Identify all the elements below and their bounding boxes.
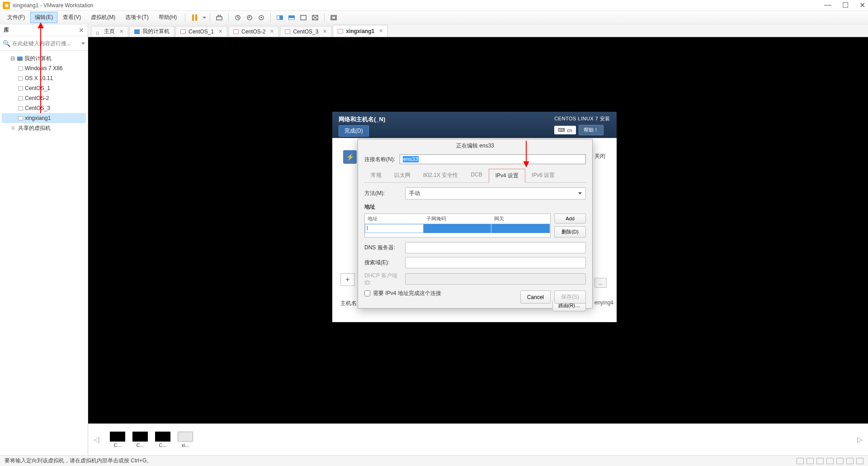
language-selector[interactable]: ⌨cn	[554, 126, 576, 134]
vm-tabs: ⌂主页✕ 我的计算机 CentOS_1✕ CentOS-2✕ CentOS_3✕…	[88, 24, 868, 37]
vm-thumbnail-strip: ◁ C... C... C... xi... ▷	[88, 423, 868, 455]
window-title: xingxiang1 - VMware Workstation	[13, 2, 94, 9]
app-icon: ▣	[3, 2, 10, 9]
menu-help[interactable]: 帮助(H)	[154, 12, 182, 23]
vm-icon	[285, 29, 290, 34]
view-unity-icon[interactable]	[286, 12, 297, 23]
svg-rect-0	[217, 17, 222, 20]
tree-vm-osx[interactable]: OS X 10.11	[2, 73, 86, 83]
pause-button[interactable]	[189, 12, 200, 23]
searchdomain-label: 搜索域(E):	[364, 259, 401, 266]
device-icon[interactable]	[846, 458, 854, 464]
svg-rect-12	[332, 16, 335, 19]
sidebar-close-icon[interactable]: ✕	[79, 27, 84, 34]
tab-close-icon[interactable]: ✕	[379, 28, 383, 34]
thumb-centos3[interactable]: C...	[155, 432, 170, 448]
pc-icon	[134, 29, 140, 34]
tab-ethernet[interactable]: 以太网	[388, 169, 417, 182]
dns-input[interactable]	[405, 242, 586, 253]
maximize-button[interactable]: ☐	[842, 1, 849, 10]
library-search-input[interactable]	[12, 40, 78, 47]
tab-close-icon[interactable]: ✕	[323, 29, 327, 34]
view-fit-icon[interactable]	[298, 12, 309, 23]
tree-vm-xingxiang1[interactable]: xingxiang1	[2, 113, 86, 123]
thumb-centos1[interactable]: C...	[110, 432, 125, 448]
dns-label: DNS 服务器:	[364, 244, 401, 252]
device-icon[interactable]	[826, 458, 834, 464]
tree-vm-windows7[interactable]: Windows 7 X86	[2, 63, 86, 73]
delete-address-button[interactable]: 删除(D)	[554, 226, 586, 238]
svg-rect-9	[301, 15, 306, 20]
tab-close-icon[interactable]: ✕	[119, 29, 123, 34]
dhcp-client-input	[405, 273, 586, 285]
col-address: 地址	[365, 214, 424, 223]
view-stretch-icon[interactable]	[310, 12, 321, 23]
close-button[interactable]: ✕	[859, 1, 865, 10]
window-controls: — ☐ ✕	[824, 1, 865, 10]
address-table[interactable]: 地址 子网掩码 网关 |	[364, 214, 551, 238]
snapshot-manager-icon[interactable]	[256, 12, 267, 23]
tab-my-computer[interactable]: 我的计算机	[129, 26, 175, 37]
tab-8021x[interactable]: 802.1X 安全性	[417, 169, 464, 182]
address-cell-input[interactable]: |	[365, 224, 424, 233]
device-icon[interactable]	[856, 458, 863, 464]
cancel-button[interactable]: Cancel	[520, 290, 551, 304]
method-combobox[interactable]: 手动	[405, 187, 586, 200]
add-address-button[interactable]: Add	[554, 214, 586, 223]
installer-done-button[interactable]: 完成(D)	[339, 125, 369, 137]
device-icon[interactable]	[836, 458, 844, 464]
tab-close-icon[interactable]: ✕	[270, 29, 274, 34]
connection-name-input[interactable]: ens33	[403, 156, 419, 162]
tree-root-my-computer[interactable]: ⊟我的计算机	[2, 53, 86, 63]
tab-ipv6[interactable]: IPv6 设置	[525, 169, 561, 182]
menu-view[interactable]: 查看(V)	[58, 12, 85, 23]
svg-rect-6	[277, 16, 279, 19]
device-icon[interactable]	[807, 458, 814, 464]
menu-tabs[interactable]: 选项卡(T)	[121, 12, 153, 23]
menu-edit[interactable]: 编辑(E)	[30, 12, 57, 23]
minimize-button[interactable]: —	[824, 1, 831, 10]
scroll-right-icon[interactable]: ▷	[857, 435, 863, 444]
status-text: 要将输入定向到该虚拟机，请在虚拟机内部单击或按 Ctrl+G。	[5, 457, 152, 465]
tree-vm-centos1[interactable]: CentOS_1	[2, 83, 86, 93]
installer-help-button[interactable]: 帮助！	[579, 125, 604, 135]
scroll-left-icon[interactable]: ◁	[94, 435, 99, 444]
tab-centos2[interactable]: CentOS-2✕	[228, 26, 279, 37]
installer-header: 网络和主机名(_N) 完成(D) CENTOS LINUX 7 安装 ⌨cn 帮…	[332, 112, 617, 138]
thumb-xingxiang1[interactable]: xi...	[178, 432, 193, 448]
chevron-down-icon	[578, 192, 582, 195]
tab-dcb[interactable]: DCB	[464, 169, 488, 182]
tree-vm-centos3[interactable]: CentOS_3	[2, 103, 86, 113]
pause-dropdown-icon[interactable]	[203, 17, 206, 19]
tab-centos3[interactable]: CentOS_3✕	[280, 26, 332, 37]
add-network-button[interactable]: +	[340, 273, 355, 286]
fullscreen-icon[interactable]	[328, 12, 339, 23]
vm-display[interactable]: 网络和主机名(_N) 完成(D) CENTOS LINUX 7 安装 ⌨cn 帮…	[88, 37, 868, 423]
network-more-button[interactable]: ...	[594, 278, 607, 288]
menu-vm[interactable]: 虚拟机(M)	[86, 12, 120, 23]
dialog-tabs: 常规 以太网 802.1X 安全性 DCB IPv4 设置 IPv6 设置	[364, 169, 586, 183]
searchdomain-input[interactable]	[405, 257, 586, 268]
tab-close-icon[interactable]: ✕	[218, 29, 222, 34]
tab-general[interactable]: 常规	[364, 169, 388, 182]
thumb-centos2[interactable]: C...	[132, 432, 148, 448]
vm-icon	[233, 29, 239, 34]
send-keys-icon[interactable]	[214, 12, 225, 23]
device-icon[interactable]	[816, 458, 824, 464]
method-label: 方法(M):	[364, 190, 401, 197]
view-console-icon[interactable]	[274, 12, 285, 23]
search-dropdown-icon[interactable]	[81, 43, 85, 44]
address-row[interactable]: |	[365, 224, 550, 233]
tree-vm-centos2[interactable]: CentOS-2	[2, 93, 86, 103]
tab-ipv4[interactable]: IPv4 设置	[489, 169, 525, 183]
tree-shared-vms[interactable]: ⎘共享的虚拟机	[2, 123, 86, 133]
menu-file[interactable]: 文件(F)	[3, 12, 29, 23]
device-icon[interactable]	[797, 458, 804, 464]
snapshot-revert-icon[interactable]	[244, 12, 255, 23]
hostname-value-trail: enying4	[594, 300, 613, 306]
tab-home[interactable]: ⌂主页✕	[91, 26, 128, 37]
tab-xingxiang1[interactable]: xingxiang1✕	[333, 25, 388, 37]
statusbar: 要将输入定向到该虚拟机，请在虚拟机内部单击或按 Ctrl+G。	[0, 455, 868, 466]
snapshot-take-icon[interactable]	[232, 12, 243, 23]
tab-centos1[interactable]: CentOS_1✕	[175, 26, 227, 37]
